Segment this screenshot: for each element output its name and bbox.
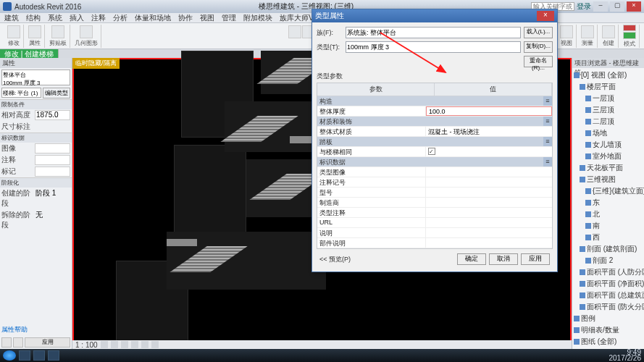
tab-view[interactable]: 视图 <box>200 13 214 22</box>
param-category[interactable]: 标识数据 <box>317 157 543 167</box>
view-tool-button[interactable] <box>560 25 573 38</box>
visual-style-icon[interactable] <box>111 341 118 348</box>
shadows-icon[interactable] <box>131 341 138 348</box>
tree-node[interactable]: 三维视图 <box>574 174 643 185</box>
duplicate-button[interactable]: 复制(D)... <box>524 41 553 53</box>
tree-node[interactable]: 面积平面 (净面积) <box>574 278 643 290</box>
properties-tool-button[interactable] <box>28 25 41 38</box>
tree-node[interactable]: 三层顶 <box>574 104 643 116</box>
apply-button[interactable]: 应用 <box>521 253 550 265</box>
param-value-cell[interactable] <box>426 167 552 177</box>
prop-value-input[interactable] <box>35 167 70 177</box>
taskbar-app-icon[interactable] <box>48 350 59 361</box>
crop-icon[interactable] <box>141 341 149 348</box>
temp-hide-icon[interactable] <box>151 341 159 348</box>
param-value-cell[interactable] <box>426 147 552 156</box>
start-button[interactable] <box>3 350 16 361</box>
param-value-cell[interactable] <box>426 177 552 187</box>
tab-arch[interactable]: 建筑 <box>4 13 19 22</box>
taskbar-app-icon[interactable] <box>19 350 30 361</box>
prop-value-input[interactable]: 1875.0 <box>35 110 70 120</box>
cancel-button[interactable]: 取消 <box>489 253 518 265</box>
minimize-button[interactable]: – <box>593 1 608 12</box>
tree-node[interactable]: 图纸 (全部) <box>574 336 643 348</box>
mode-tool-button[interactable] <box>623 32 636 39</box>
instance-combo[interactable]: 楼梯: 平台 (1) <box>1 88 41 98</box>
load-button[interactable]: 载入(L)... <box>524 27 553 38</box>
param-value-cell[interactable] <box>426 218 552 227</box>
tree-node[interactable]: [0] 视图 (全部) <box>574 70 643 81</box>
create-tool-button[interactable] <box>602 25 615 38</box>
tree-node[interactable]: 北 <box>574 209 643 220</box>
param-value-cell[interactable] <box>426 188 552 197</box>
tree-node[interactable]: {三维}(建筑立面) <box>574 185 643 197</box>
ok-button[interactable]: 确定 <box>457 253 486 265</box>
param-category[interactable]: 材质和装饰 <box>317 117 543 126</box>
tree-node[interactable]: 天花板平面 <box>574 162 643 174</box>
dialog-close-button[interactable]: × <box>537 11 554 21</box>
tree-node[interactable]: 楼层平面 <box>574 81 643 93</box>
tab-struct[interactable]: 结构 <box>26 13 41 22</box>
expand-icon[interactable]: ≡ <box>543 117 552 126</box>
tree-node[interactable]: 一层顶 <box>574 93 643 104</box>
rename-button[interactable]: 重命名(R)... <box>524 56 553 67</box>
scale-display[interactable]: 1 : 100 <box>75 341 98 349</box>
panel-tool-button[interactable] <box>1 337 12 348</box>
tree-node[interactable]: 南 <box>574 220 643 232</box>
tree-node[interactable]: 明细表/数量 <box>574 324 643 336</box>
tree-node[interactable]: 女儿墙顶 <box>574 139 643 151</box>
param-value-cell[interactable] <box>426 208 552 217</box>
tab-analyze[interactable]: 分析 <box>113 13 127 22</box>
expand-icon[interactable]: ≡ <box>543 157 552 167</box>
modify-tool-button[interactable] <box>7 25 20 38</box>
edit-type-button[interactable]: 编辑类型 <box>43 88 70 98</box>
type-select[interactable]: 100mm 厚度 3 <box>346 41 521 53</box>
dialog-titlebar[interactable]: 类型属性 × <box>312 9 557 22</box>
param-category[interactable]: 构造 <box>317 96 543 106</box>
tab-collab[interactable]: 协作 <box>178 13 193 22</box>
param-value-cell[interactable] <box>426 228 552 237</box>
tab-mass[interactable]: 体量和场地 <box>135 13 171 22</box>
prop-value-input[interactable] <box>35 143 70 153</box>
tree-node[interactable]: 面积平面 (防火分区面积) <box>574 301 643 313</box>
close-button[interactable]: × <box>627 1 641 12</box>
detail-level-icon[interactable] <box>101 341 108 348</box>
tree-node[interactable]: 剖面 (建筑剖面) <box>574 243 643 255</box>
tree-node[interactable]: 二层顶 <box>574 116 643 127</box>
expand-icon[interactable]: ≡ <box>543 96 552 106</box>
tab-insert[interactable]: 插入 <box>70 13 84 22</box>
expand-icon[interactable]: ≡ <box>543 137 552 146</box>
project-tree[interactable]: [0] 视图 (全部)楼层平面一层顶三层顶二层顶场地女儿墙顶室外地面天花板平面三… <box>572 68 644 349</box>
system-tray[interactable]: 9:49 2017/2/26 <box>609 350 642 361</box>
geometry-tool-button[interactable] <box>80 25 93 38</box>
login-link[interactable]: 登录 <box>577 1 591 12</box>
tree-node[interactable]: 室外地面 <box>574 151 643 162</box>
tab-system[interactable]: 系统 <box>48 13 62 22</box>
param-value-cell[interactable] <box>426 238 552 248</box>
tree-node[interactable]: 剖面 2 <box>574 255 643 266</box>
prop-value-input[interactable] <box>35 155 70 165</box>
mode-tool-button[interactable] <box>623 25 636 32</box>
measure-tool-button[interactable] <box>581 25 594 38</box>
param-value-cell[interactable]: 混凝土 - 现场浇注 <box>426 127 552 136</box>
taskbar-app-icon[interactable] <box>33 350 45 361</box>
preview-toggle[interactable]: << 预览(P) <box>319 253 351 266</box>
tool-button[interactable] <box>288 25 301 38</box>
maximize-button[interactable]: ▢ <box>610 1 624 12</box>
type-selector-combo[interactable]: 整体平台 100mm 厚度 3 <box>1 70 70 85</box>
param-category[interactable]: 踏板 <box>317 137 543 146</box>
tree-node[interactable]: 面积平面 (总建筑面积) <box>574 290 643 301</box>
context-tab[interactable]: 修改 | 创建楼梯 <box>0 49 59 58</box>
panel-tool-button[interactable]: 应用 <box>25 337 70 348</box>
tree-node[interactable]: 场地 <box>574 127 643 139</box>
checkbox-icon[interactable] <box>428 148 435 155</box>
tree-node[interactable]: 东 <box>574 197 643 209</box>
tab-annotate[interactable]: 注释 <box>91 13 106 22</box>
family-select[interactable]: 系统族: 整体平台 <box>346 27 521 38</box>
panel-tool-button[interactable] <box>13 337 23 348</box>
tab-manage[interactable]: 管理 <box>222 13 236 22</box>
clipboard-tool-button[interactable] <box>51 25 64 38</box>
param-value-cell[interactable]: 100.0 <box>426 106 552 116</box>
tree-node[interactable]: 面积平面 (人防分区面积) <box>574 266 643 278</box>
properties-help-link[interactable]: 属性帮助 <box>0 324 72 336</box>
